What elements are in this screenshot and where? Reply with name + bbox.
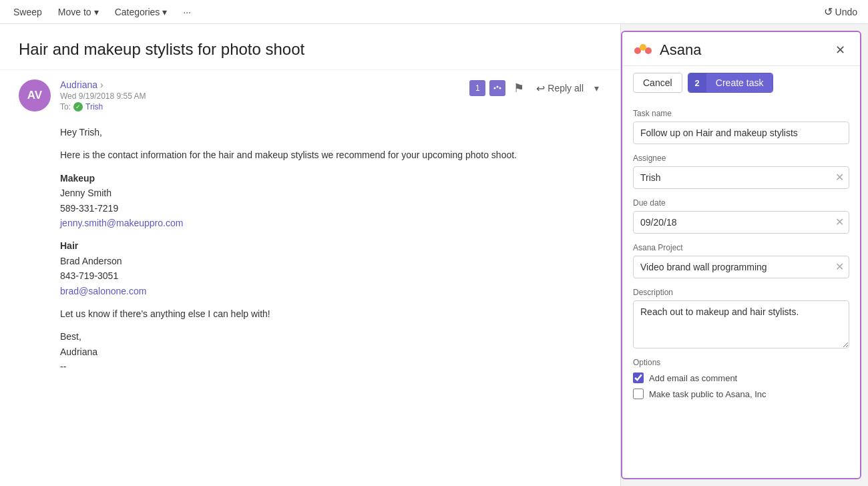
email-panel: Hair and makeup stylists for photo shoot… — [0, 24, 621, 486]
makeup-email-link[interactable]: jenny.smith@makeuppro.com — [60, 218, 183, 228]
chevron-down-icon: ▾ — [94, 7, 99, 17]
assignee-field: ✕ — [633, 166, 849, 189]
reply-dropdown-button[interactable]: ▾ — [592, 81, 602, 95]
asana-header: Asana ✕ — [622, 32, 860, 66]
assignee-label: Assignee — [633, 154, 849, 163]
categories-button[interactable]: Categories ▾ — [112, 5, 170, 19]
asana-panel: Asana ✕ Cancel 2 Create task Task name A… — [621, 31, 861, 479]
project-field: ✕ — [633, 256, 849, 278]
make-public-checkbox[interactable] — [633, 389, 644, 399]
asana-title: Asana — [660, 41, 825, 59]
add-email-label[interactable]: Add email as comment — [649, 373, 737, 383]
hair-email-link[interactable]: brad@salonone.com — [60, 286, 146, 296]
task-name-label: Task name — [633, 109, 849, 118]
make-public-label[interactable]: Make task public to Asana, Inc — [649, 389, 767, 399]
add-email-checkbox[interactable] — [633, 373, 644, 383]
task-name-input[interactable] — [633, 121, 849, 144]
asana-form: Task name Assignee ✕ Due date ✕ Asana Pr… — [622, 99, 860, 415]
cancel-button[interactable]: Cancel — [633, 73, 682, 93]
badge-1[interactable]: 1 — [469, 80, 485, 96]
reply-icon: ↩ — [536, 82, 545, 95]
email-date: Wed 9/19/2018 9:55 AM — [60, 91, 460, 101]
options-section: Options Add email as comment Make task p… — [633, 358, 849, 405]
create-task-button[interactable]: Create task — [706, 73, 773, 92]
chevron-down-icon: ▾ — [594, 83, 599, 93]
svg-point-0 — [494, 87, 496, 89]
add-email-checkbox-row: Add email as comment — [633, 373, 849, 383]
email-meta: Audriana Wed 9/19/2018 9:55 AM To: ✓ Tri… — [60, 79, 460, 111]
verified-badge: ✓ — [73, 102, 83, 111]
due-date-input[interactable] — [633, 211, 849, 234]
description-label: Description — [633, 288, 849, 297]
badge-dots[interactable] — [489, 80, 505, 96]
create-task-group: 2 Create task — [688, 73, 774, 93]
description-textarea[interactable] — [633, 300, 849, 348]
chevron-down-icon: ▾ — [162, 7, 167, 17]
create-task-num: 2 — [688, 73, 706, 92]
svg-point-2 — [499, 87, 501, 89]
reply-all-button[interactable]: ↩ Reply all — [532, 81, 588, 96]
assignee-clear-button[interactable]: ✕ — [835, 172, 844, 183]
email-header: AV Audriana Wed 9/19/2018 9:55 AM To: ✓ … — [0, 70, 620, 118]
asana-actions: Cancel 2 Create task — [622, 66, 860, 99]
main-layout: Hair and makeup stylists for photo shoot… — [0, 24, 868, 486]
project-clear-button[interactable]: ✕ — [835, 262, 844, 272]
project-label: Asana Project — [633, 243, 849, 252]
undo-button[interactable]: ↺ Undo — [824, 5, 857, 18]
project-input[interactable] — [633, 256, 849, 278]
assignee-input[interactable] — [633, 166, 849, 189]
email-actions: 1 ⚑ ↩ Reply all ▾ — [469, 79, 602, 97]
svg-point-1 — [497, 86, 499, 88]
sweep-button[interactable]: Sweep — [11, 5, 45, 19]
email-to: To: ✓ Trish — [60, 102, 460, 111]
make-public-checkbox-row: Make task public to Asana, Inc — [633, 389, 849, 399]
undo-icon: ↺ — [824, 5, 833, 18]
due-date-label: Due date — [633, 198, 849, 208]
move-to-button[interactable]: Move to ▾ — [55, 5, 101, 19]
email-body: Hey Trish, Here is the contact informati… — [0, 118, 620, 398]
email-subject: Hair and makeup stylists for photo shoot — [0, 24, 620, 70]
flag-icon: ⚑ — [513, 81, 524, 95]
options-label: Options — [633, 358, 849, 367]
more-button[interactable]: ··· — [180, 5, 194, 19]
due-date-field: ✕ — [633, 211, 849, 234]
avatar: AV — [19, 79, 51, 111]
toolbar: Sweep Move to ▾ Categories ▾ ··· ↺ Undo — [0, 0, 868, 24]
due-date-clear-button[interactable]: ✕ — [835, 217, 844, 228]
sender-name[interactable]: Audriana — [60, 79, 460, 90]
flag-button[interactable]: ⚑ — [509, 79, 528, 97]
asana-close-button[interactable]: ✕ — [831, 41, 849, 59]
svg-point-5 — [640, 44, 646, 51]
asana-logo — [633, 43, 653, 57]
